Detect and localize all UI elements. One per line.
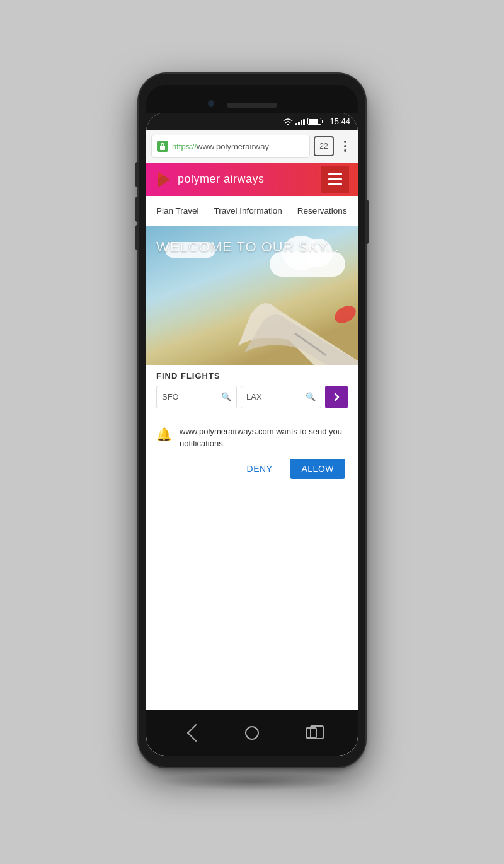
destination-search-icon: 🔍	[306, 392, 316, 401]
find-flights-section: FIND FLIGHTS SFO 🔍 LAX 🔍	[146, 365, 358, 415]
wifi-icon	[283, 118, 293, 125]
url-https: https://	[172, 142, 197, 151]
back-button[interactable]	[185, 723, 203, 742]
screen: 15:44 https://www.polymerairway	[146, 113, 358, 756]
svg-rect-0	[160, 146, 165, 150]
recents-button[interactable]	[301, 723, 319, 742]
home-circle-icon	[245, 726, 259, 740]
back-arrow-icon	[187, 723, 205, 741]
nav-menu: Plan Travel Travel Information Reservati…	[146, 196, 358, 226]
bottom-nav-bar	[146, 710, 358, 756]
destination-input-wrap[interactable]: LAX 🔍	[241, 386, 321, 408]
hamburger-button[interactable]	[321, 166, 349, 193]
hamburger-line	[328, 183, 342, 185]
url-bar[interactable]: https://www.polymerairway	[151, 135, 310, 158]
airline-logo-area: polymer airways	[155, 170, 321, 189]
deny-button[interactable]: DENY	[239, 459, 280, 479]
top-bezel	[146, 85, 358, 113]
airline-header: polymer airways	[146, 163, 358, 196]
bell-icon: 🔔	[156, 427, 172, 442]
browser-bar: https://www.polymerairway 22	[146, 130, 358, 163]
signal-icon	[295, 118, 305, 125]
phone-shadow	[158, 772, 346, 791]
lock-icon	[157, 141, 168, 152]
notification-message: www.polymerairways.com wants to send you…	[180, 425, 348, 450]
allow-button[interactable]: ALLOW	[290, 459, 345, 479]
camera	[208, 100, 214, 107]
airline-name: polymer airways	[178, 173, 265, 186]
status-icons: 15:44	[283, 117, 350, 126]
status-bar: 15:44	[146, 113, 358, 130]
hamburger-line	[328, 173, 342, 175]
nav-item-plan-travel[interactable]: Plan Travel	[156, 196, 207, 226]
tab-count[interactable]: 22	[314, 136, 334, 156]
airplane-wing	[238, 258, 358, 365]
search-go-button[interactable]	[325, 386, 348, 408]
svg-point-3	[331, 302, 358, 326]
battery-icon	[307, 118, 323, 125]
speaker	[227, 103, 277, 108]
chevron-right-icon	[332, 393, 341, 401]
url-text: https://www.polymerairway	[172, 142, 269, 151]
origin-input-wrap[interactable]: SFO 🔍	[156, 386, 237, 408]
hamburger-line	[328, 178, 342, 180]
airline-logo-icon	[155, 170, 173, 189]
dot	[344, 141, 346, 143]
hero-section: WELCOME TO OUR SKY...	[146, 226, 358, 365]
origin-search-icon: 🔍	[221, 392, 231, 401]
url-domain: www.polymerairway	[197, 142, 269, 151]
notification-content: 🔔 www.polymerairways.com wants to send y…	[156, 425, 348, 450]
time-display: 15:44	[329, 117, 350, 126]
hero-heading: WELCOME TO OUR SKY...	[156, 239, 340, 255]
destination-input-value[interactable]: LAX	[246, 392, 302, 401]
nav-item-travel-information[interactable]: Travel Information	[207, 196, 290, 226]
phone-device: 15:44 https://www.polymerairway	[139, 74, 365, 767]
find-flights-label: FIND FLIGHTS	[156, 371, 348, 381]
dot	[344, 149, 346, 152]
home-button[interactable]	[243, 723, 261, 742]
recents-square-icon	[306, 727, 317, 739]
website-content: polymer airways Plan Travel Travel Infor…	[146, 163, 358, 710]
nav-item-reservations[interactable]: Reservations	[290, 196, 355, 226]
search-row: SFO 🔍 LAX 🔍	[156, 386, 348, 408]
origin-input-value[interactable]: SFO	[162, 392, 217, 401]
browser-menu-button[interactable]	[338, 139, 353, 154]
notification-actions: DENY ALLOW	[156, 459, 348, 479]
notification-bar: 🔔 www.polymerairways.com wants to send y…	[146, 415, 358, 489]
dot	[344, 145, 346, 147]
